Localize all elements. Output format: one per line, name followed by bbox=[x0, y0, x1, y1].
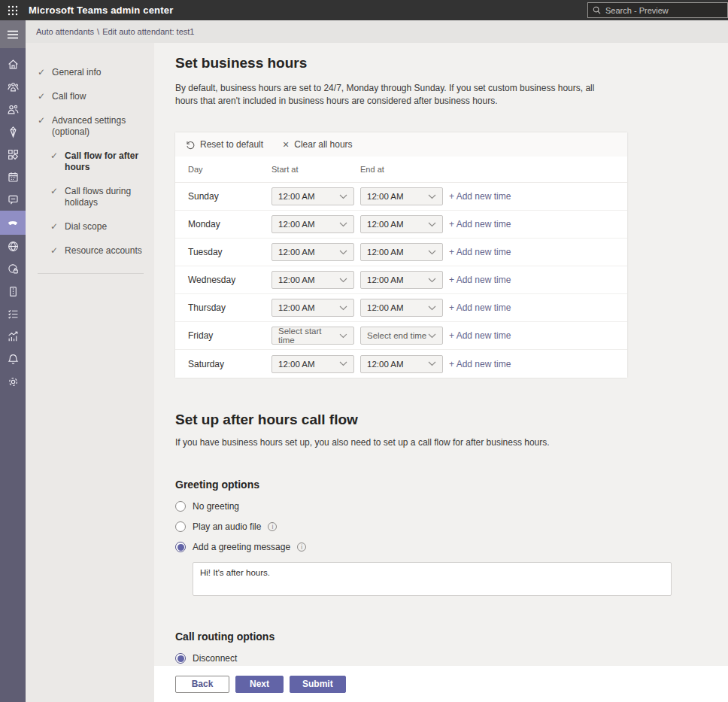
submit-button[interactable]: Submit bbox=[290, 676, 346, 693]
radio-icon-selected[interactable] bbox=[175, 653, 186, 664]
chevron-down-icon bbox=[428, 250, 436, 255]
messaging-chat-icon[interactable] bbox=[0, 188, 26, 211]
app-launcher-waffle-icon[interactable] bbox=[0, 0, 26, 20]
clear-all-hours-button[interactable]: × Clear all hours bbox=[283, 139, 353, 150]
start-time-select[interactable]: 12:00 AM bbox=[271, 299, 354, 317]
end-time-select[interactable]: 12:00 AM bbox=[360, 271, 443, 289]
notifications-bell-icon[interactable] bbox=[0, 348, 26, 370]
start-time-select[interactable]: 12:00 AM bbox=[271, 187, 354, 205]
wizard-footer: Back Next Submit bbox=[154, 666, 728, 702]
end-time-select[interactable]: Select end time bbox=[360, 327, 443, 345]
greeting-options-title: Greeting options bbox=[175, 479, 728, 491]
day-label: Friday bbox=[188, 330, 271, 341]
radio-disconnect[interactable]: Disconnect bbox=[175, 653, 728, 664]
clear-x-icon: × bbox=[283, 140, 289, 149]
table-row-tuesday: Tuesday 12:00 AM 12:00 AM + Add new time bbox=[175, 239, 627, 266]
radio-label: Play an audio file bbox=[193, 521, 261, 532]
devices-icon[interactable] bbox=[0, 120, 26, 143]
add-new-time-link[interactable]: + Add new time bbox=[449, 219, 627, 229]
info-icon[interactable]: i bbox=[268, 522, 277, 531]
security-lock-icon[interactable] bbox=[0, 257, 26, 280]
col-header-end: End at bbox=[360, 165, 449, 174]
day-label: Saturday bbox=[188, 359, 271, 369]
step-label: Resource accounts bbox=[65, 245, 142, 257]
hours-table-header: Day Start at End at bbox=[175, 157, 627, 183]
step-resource-accounts[interactable]: ✓ Resource accounts bbox=[50, 245, 147, 257]
teams-icon[interactable] bbox=[0, 75, 26, 98]
radio-play-audio-file[interactable]: Play an audio file i bbox=[175, 521, 728, 532]
step-dial-scope[interactable]: ✓ Dial scope bbox=[50, 221, 147, 232]
step-label: Call flow for after hours bbox=[65, 150, 147, 173]
start-time-select[interactable]: Select start time bbox=[271, 327, 354, 345]
after-hours-title: Set up after hours call flow bbox=[175, 412, 728, 428]
search-box[interactable] bbox=[587, 2, 728, 18]
end-time-select[interactable]: 12:00 AM bbox=[360, 355, 443, 373]
meetings-calendar-icon[interactable] bbox=[0, 166, 26, 188]
add-new-time-link[interactable]: + Add new time bbox=[449, 302, 627, 313]
end-time-select[interactable]: 12:00 AM bbox=[360, 299, 443, 317]
col-header-day: Day bbox=[188, 165, 271, 174]
day-label: Sunday bbox=[188, 191, 271, 202]
table-row-saturday: Saturday 12:00 AM 12:00 AM + Add new tim… bbox=[175, 350, 627, 378]
add-new-time-link[interactable]: + Add new time bbox=[449, 191, 627, 202]
check-icon: ✓ bbox=[50, 245, 58, 257]
after-hours-description: If you have business hours set up, you a… bbox=[175, 437, 728, 448]
table-row-wednesday: Wednesday 12:00 AM 12:00 AM + Add new ti… bbox=[175, 266, 627, 294]
start-time-select[interactable]: 12:00 AM bbox=[271, 355, 354, 373]
reset-label: Reset to default bbox=[200, 139, 263, 150]
day-label: Monday bbox=[188, 219, 271, 229]
start-time-select[interactable]: 12:00 AM bbox=[271, 243, 354, 261]
radio-icon-selected[interactable] bbox=[175, 542, 186, 552]
radio-add-greeting-message[interactable]: Add a greeting message i bbox=[175, 542, 728, 552]
table-row-sunday: Sunday 12:00 AM 12:00 AM + Add new time bbox=[175, 183, 627, 211]
search-input[interactable] bbox=[605, 6, 718, 15]
step-general-info[interactable]: ✓ General info bbox=[38, 67, 147, 78]
analytics-chart-icon[interactable] bbox=[0, 325, 26, 348]
step-call-flow[interactable]: ✓ Call flow bbox=[38, 91, 147, 102]
check-icon: ✓ bbox=[50, 150, 58, 173]
stepnav-divider bbox=[38, 273, 144, 274]
step-label: Advanced settings (optional) bbox=[52, 115, 136, 138]
day-label: Wednesday bbox=[188, 275, 271, 285]
locations-globe-icon[interactable] bbox=[0, 235, 26, 257]
chevron-down-icon bbox=[339, 333, 347, 339]
start-time-select[interactable]: 12:00 AM bbox=[271, 215, 354, 233]
back-button[interactable]: Back bbox=[175, 676, 229, 693]
info-icon[interactable]: i bbox=[297, 542, 306, 552]
start-time-select[interactable]: 12:00 AM bbox=[271, 271, 354, 289]
add-new-time-link[interactable]: + Add new time bbox=[449, 359, 627, 369]
step-advanced-settings[interactable]: ✓ Advanced settings (optional) bbox=[38, 115, 147, 138]
policies-checklist-icon[interactable] bbox=[0, 302, 26, 325]
greeting-message-textarea[interactable]: Hi! It's after hours. bbox=[193, 562, 672, 596]
search-icon bbox=[593, 6, 601, 14]
app-title: Microsoft Teams admin center bbox=[29, 5, 173, 16]
reset-to-default-button[interactable]: Reset to default bbox=[185, 139, 263, 150]
clear-label: Clear all hours bbox=[294, 139, 352, 150]
step-call-flow-after-hours[interactable]: ✓ Call flow for after hours bbox=[50, 150, 147, 173]
radio-no-greeting[interactable]: No greeting bbox=[175, 501, 728, 512]
users-icon[interactable] bbox=[0, 98, 26, 120]
end-time-select[interactable]: 12:00 AM bbox=[360, 243, 443, 261]
breadcrumb-parent[interactable]: Auto attendants bbox=[36, 27, 94, 36]
next-button[interactable]: Next bbox=[235, 676, 284, 693]
settings-gear-icon[interactable] bbox=[0, 370, 26, 393]
radio-icon[interactable] bbox=[175, 521, 186, 532]
add-new-time-link[interactable]: + Add new time bbox=[449, 330, 627, 341]
voice-phone-icon[interactable] bbox=[0, 211, 26, 235]
page-title: Set business hours bbox=[175, 55, 728, 71]
step-call-flows-holidays[interactable]: ✓ Call flows during holidays bbox=[50, 186, 147, 208]
add-new-time-link[interactable]: + Add new time bbox=[449, 275, 627, 285]
home-icon[interactable] bbox=[0, 53, 26, 75]
col-header-start: Start at bbox=[271, 165, 360, 174]
add-new-time-link[interactable]: + Add new time bbox=[449, 247, 627, 257]
end-time-select[interactable]: 12:00 AM bbox=[360, 187, 443, 205]
hamburger-menu-icon[interactable] bbox=[0, 20, 26, 48]
chevron-down-icon bbox=[339, 222, 347, 227]
end-time-select[interactable]: 12:00 AM bbox=[360, 215, 443, 233]
radio-label: No greeting bbox=[193, 501, 239, 512]
planner-book-icon[interactable] bbox=[0, 280, 26, 302]
radio-icon[interactable] bbox=[175, 501, 186, 512]
radio-label: Disconnect bbox=[193, 653, 237, 664]
top-bar: Microsoft Teams admin center bbox=[0, 0, 728, 20]
apps-icon[interactable] bbox=[0, 143, 26, 166]
